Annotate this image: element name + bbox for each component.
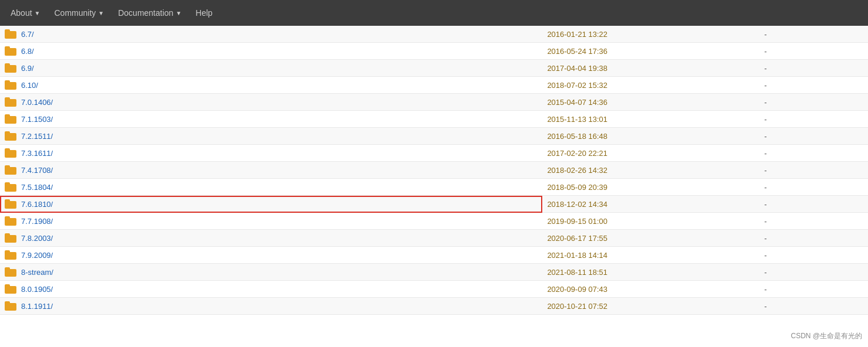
file-name-cell: 7.4.1708/ bbox=[0, 162, 542, 179]
file-link[interactable]: 8-stream/ bbox=[21, 268, 53, 277]
file-date: 2020-06-17 17:55 bbox=[542, 230, 759, 247]
file-name-cell: 7.5.1804/ bbox=[0, 179, 542, 196]
table-row: 6.8/2016-05-24 17:36- bbox=[0, 43, 868, 60]
file-size: - bbox=[759, 230, 868, 247]
folder-icon bbox=[5, 80, 16, 90]
file-size: - bbox=[759, 247, 868, 264]
folder-icon bbox=[5, 233, 16, 243]
folder-icon bbox=[5, 114, 16, 124]
file-link[interactable]: 7.2.1511/ bbox=[21, 132, 53, 141]
folder-icon bbox=[5, 199, 16, 209]
folder-icon bbox=[5, 182, 16, 192]
file-link[interactable]: 8.0.1905/ bbox=[21, 285, 53, 294]
file-link[interactable]: 7.1.1503/ bbox=[21, 115, 53, 124]
file-link[interactable]: 6.8/ bbox=[21, 47, 34, 56]
file-size: - bbox=[759, 60, 868, 77]
file-name-cell: 7.8.2003/ bbox=[0, 230, 542, 247]
file-link[interactable]: 6.10/ bbox=[21, 81, 38, 90]
file-size: - bbox=[759, 145, 868, 162]
folder-icon bbox=[5, 63, 16, 73]
nav-item-community[interactable]: Community▼ bbox=[49, 5, 110, 21]
file-size: - bbox=[759, 298, 868, 315]
file-name-cell: 8.1.1911/ bbox=[0, 298, 542, 315]
file-size: - bbox=[759, 179, 868, 196]
chevron-down-icon: ▼ bbox=[35, 10, 40, 16]
file-link[interactable]: 7.0.1406/ bbox=[21, 98, 53, 107]
folder-icon bbox=[5, 216, 16, 226]
folder-icon bbox=[5, 29, 16, 39]
file-size: - bbox=[759, 196, 868, 213]
table-row: 7.8.2003/2020-06-17 17:55- bbox=[0, 230, 868, 247]
file-size: - bbox=[759, 162, 868, 179]
folder-icon bbox=[5, 250, 16, 260]
file-size: - bbox=[759, 264, 868, 281]
file-link[interactable]: 6.9/ bbox=[21, 64, 34, 73]
file-date: 2018-12-02 14:34 bbox=[542, 196, 759, 213]
file-date: 2016-05-24 17:36 bbox=[542, 43, 759, 60]
table-row: 7.2.1511/2016-05-18 16:48- bbox=[0, 128, 868, 145]
file-name-cell: 6.10/ bbox=[0, 77, 542, 94]
file-name-cell: 8.0.1905/ bbox=[0, 281, 542, 298]
file-date: 2016-01-21 13:22 bbox=[542, 26, 759, 43]
file-date: 2021-01-18 14:14 bbox=[542, 247, 759, 264]
file-date: 2015-11-13 13:01 bbox=[542, 111, 759, 128]
file-name-cell: 6.7/ bbox=[0, 26, 542, 43]
folder-icon bbox=[5, 267, 16, 277]
file-link[interactable]: 7.3.1611/ bbox=[21, 149, 53, 158]
file-size: - bbox=[759, 128, 868, 145]
nav-label: Community bbox=[55, 8, 96, 18]
file-date: 2019-09-15 01:00 bbox=[542, 213, 759, 230]
table-row: 7.6.1810/2018-12-02 14:34- bbox=[0, 196, 868, 213]
table-row: 8.1.1911/2020-10-21 07:52- bbox=[0, 298, 868, 315]
file-date: 2015-04-07 14:36 bbox=[542, 94, 759, 111]
file-date: 2018-05-09 20:39 bbox=[542, 179, 759, 196]
table-row: 6.7/2016-01-21 13:22- bbox=[0, 26, 868, 43]
file-link[interactable]: 7.9.2009/ bbox=[21, 251, 53, 260]
file-name-cell: 7.7.1908/ bbox=[0, 213, 542, 230]
file-date: 2017-02-20 22:21 bbox=[542, 145, 759, 162]
file-link[interactable]: 7.4.1708/ bbox=[21, 166, 53, 175]
file-date: 2017-04-04 19:38 bbox=[542, 60, 759, 77]
table-row: 8.0.1905/2020-09-09 07:43- bbox=[0, 281, 868, 298]
nav-label: Documentation bbox=[118, 8, 173, 18]
file-size: - bbox=[759, 26, 868, 43]
file-size: - bbox=[759, 111, 868, 128]
chevron-down-icon: ▼ bbox=[98, 10, 104, 16]
file-name-cell: 7.0.1406/ bbox=[0, 94, 542, 111]
file-name-cell: 7.3.1611/ bbox=[0, 145, 542, 162]
folder-icon bbox=[5, 46, 16, 56]
nav-item-documentation[interactable]: Documentation▼ bbox=[112, 5, 187, 21]
nav-label: About bbox=[11, 8, 32, 18]
file-link[interactable]: 6.7/ bbox=[21, 30, 34, 39]
table-row: 7.0.1406/2015-04-07 14:36- bbox=[0, 94, 868, 111]
table-row: 8-stream/2021-08-11 18:51- bbox=[0, 264, 868, 281]
folder-icon bbox=[5, 301, 16, 311]
file-link[interactable]: 7.6.1810/ bbox=[21, 200, 53, 209]
file-name-cell: 6.8/ bbox=[0, 43, 542, 60]
nav-item-help[interactable]: Help bbox=[190, 5, 218, 21]
file-list: 6.7/2016-01-21 13:22-6.8/2016-05-24 17:3… bbox=[0, 26, 868, 315]
folder-icon bbox=[5, 165, 16, 175]
file-name-cell: 7.2.1511/ bbox=[0, 128, 542, 145]
file-date: 2021-08-11 18:51 bbox=[542, 264, 759, 281]
table-row: 7.1.1503/2015-11-13 13:01- bbox=[0, 111, 868, 128]
file-date: 2016-05-18 16:48 bbox=[542, 128, 759, 145]
file-size: - bbox=[759, 43, 868, 60]
folder-icon bbox=[5, 148, 16, 158]
table-row: 7.4.1708/2018-02-26 14:32- bbox=[0, 162, 868, 179]
file-link[interactable]: 8.1.1911/ bbox=[21, 302, 53, 311]
file-link[interactable]: 7.7.1908/ bbox=[21, 217, 53, 226]
file-size: - bbox=[759, 77, 868, 94]
file-date: 2020-10-21 07:52 bbox=[542, 298, 759, 315]
nav-item-about[interactable]: About▼ bbox=[5, 5, 46, 21]
table-row: 6.10/2018-07-02 15:32- bbox=[0, 77, 868, 94]
file-date: 2020-09-09 07:43 bbox=[542, 281, 759, 298]
table-row: 7.3.1611/2017-02-20 22:21- bbox=[0, 145, 868, 162]
folder-icon bbox=[5, 284, 16, 294]
file-name-cell: 7.6.1810/ bbox=[0, 196, 542, 213]
table-row: 7.5.1804/2018-05-09 20:39- bbox=[0, 179, 868, 196]
file-link[interactable]: 7.8.2003/ bbox=[21, 234, 53, 243]
file-size: - bbox=[759, 213, 868, 230]
file-link[interactable]: 7.5.1804/ bbox=[21, 183, 53, 192]
folder-icon bbox=[5, 97, 16, 107]
